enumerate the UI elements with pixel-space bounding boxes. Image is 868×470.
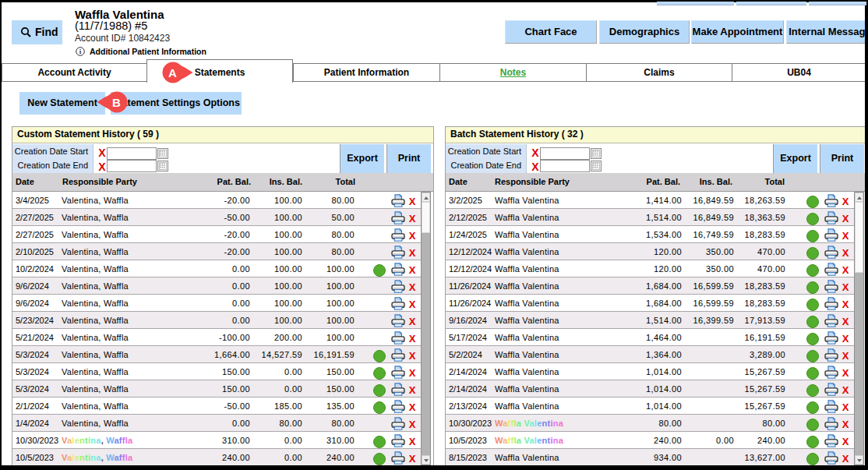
svg-text:B: B (112, 96, 121, 109)
svg-text:i: i (79, 48, 82, 55)
svg-text:A: A (168, 66, 177, 80)
